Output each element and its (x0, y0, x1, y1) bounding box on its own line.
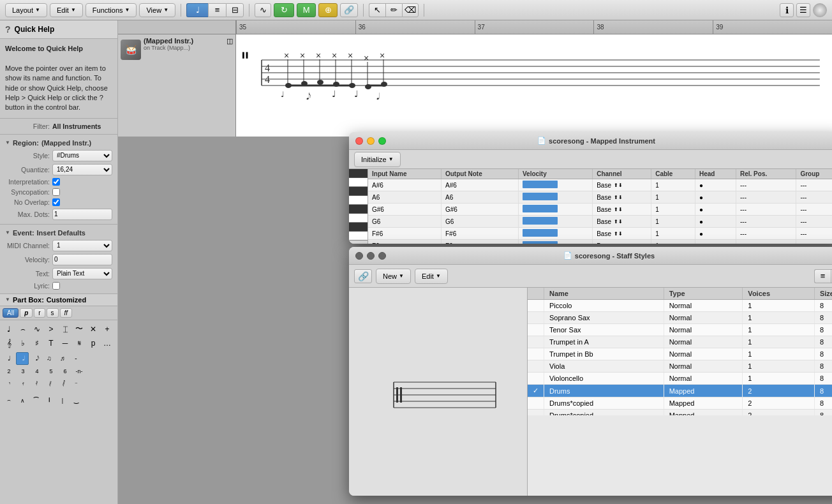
part-icon-slur[interactable]: ⌢ (17, 323, 29, 336)
loop-btn[interactable]: ↻ (274, 3, 294, 17)
staff-row-4[interactable]: Trumpet in Bb Normal 1 8 (528, 348, 832, 360)
part-icon-last4[interactable]: 𝄂 (43, 394, 56, 407)
staff-row-6[interactable]: Violoncello Normal 1 8 (528, 373, 832, 385)
syncopation-checkbox[interactable] (52, 188, 60, 196)
pointer-btn[interactable]: ↖ (369, 3, 385, 17)
pencil-btn[interactable]: ✏ (385, 3, 402, 17)
staff-list-scroll[interactable]: Name Type Voices Size Piccolo Normal 1 8… (528, 288, 832, 415)
part-icon-rest[interactable]: - (70, 352, 82, 365)
velocity-input[interactable] (52, 254, 112, 265)
part-icon-d4[interactable]: ♫ (43, 352, 56, 365)
part-icon-x1[interactable]: ✕ (87, 323, 100, 336)
part-icon-last5[interactable]: | (56, 394, 69, 407)
mapped-row-5[interactable]: F6 F6 Base ⬆⬇ 1 ● --- --- (368, 240, 832, 244)
part-icon-clef[interactable]: 𝄞 (3, 337, 15, 350)
part-icon-beam[interactable]: ⌶ (59, 323, 71, 336)
edit-menu[interactable]: Edit ▼ (50, 3, 83, 17)
part-icon-wavy[interactable]: 〜 (73, 323, 85, 336)
maximize-btn-staff[interactable] (378, 252, 386, 260)
staff-row-8[interactable]: Drums*copied Mapped 2 8 (528, 397, 832, 410)
color-btn[interactable] (813, 3, 827, 17)
part-icon-d1[interactable]: ♩ (3, 352, 15, 365)
close-btn-staff[interactable] (355, 252, 363, 260)
tab-ff[interactable]: ff (60, 308, 73, 318)
part-icon-r2[interactable]: 𝄿 (16, 378, 29, 390)
part-icon-r1[interactable]: 𝄾 (3, 378, 15, 390)
functions-menu[interactable]: Functions ▼ (85, 3, 137, 17)
mapped-row-0[interactable]: A#6 A#6 Base ⬆⬇ 1 ● --- --- (368, 179, 832, 191)
tab-r[interactable]: r (34, 308, 45, 318)
part-icon-accent[interactable]: > (45, 323, 57, 336)
staff-row-2[interactable]: Tenor Sax Normal 1 8 (528, 324, 832, 336)
chord-btn[interactable]: ⊕ (318, 3, 338, 17)
minimize-btn-mapped[interactable] (367, 137, 375, 145)
part-icon-dyn[interactable]: p (87, 337, 100, 350)
list-btn[interactable]: ☰ (796, 3, 810, 17)
layout-menu[interactable]: Layout ▼ (5, 3, 47, 17)
text-select[interactable]: Plain Text (52, 268, 112, 279)
region-header[interactable]: ▼ Region: (Mapped Instr.) (5, 137, 112, 149)
staff-row-9[interactable]: Drums*copied Mapped 2 8 (528, 410, 832, 416)
staff-row-3[interactable]: Trumpet in A Normal 1 8 (528, 336, 832, 348)
midi-btn[interactable]: M (297, 3, 316, 17)
part-icon-last2[interactable]: ∧ (16, 394, 29, 407)
part-icon-r3[interactable]: 𝅀 (29, 378, 42, 390)
tool-lines-btn[interactable]: ≡ (208, 3, 226, 17)
part-icon-last3[interactable]: ⁀ (29, 394, 42, 407)
midi-channel-select[interactable]: 1 (52, 240, 112, 251)
view-lines-btn[interactable]: ≡ (814, 269, 831, 283)
part-icon-note[interactable]: ♩ (3, 323, 15, 336)
mapped-row-2[interactable]: G#6 G#6 Base ⬆⬇ 1 ● --- --- (368, 204, 832, 216)
staff-row-1[interactable]: Soprano Sax Normal 1 8 (528, 312, 832, 324)
edit-btn[interactable]: Edit ▼ (415, 269, 448, 284)
part-icon-r5[interactable]: 𝅂 (56, 378, 69, 390)
maximize-btn-mapped[interactable] (378, 137, 386, 145)
erase-btn[interactable]: ⌫ (402, 3, 419, 17)
link-btn[interactable]: 🔗 (340, 3, 358, 17)
initialize-btn[interactable]: Initialize ▼ (354, 152, 401, 167)
info-btn[interactable]: ℹ (780, 3, 794, 17)
toolbar-right: ℹ ☰ (780, 3, 827, 17)
part-icon-d2[interactable]: 𝅗𝅥 (16, 352, 29, 365)
tab-p[interactable]: p (20, 308, 33, 318)
track-collapse-btn[interactable]: ◫ (227, 37, 233, 45)
lyric-checkbox[interactable] (52, 282, 60, 290)
tab-s[interactable]: s (47, 308, 59, 318)
part-icon-d3[interactable]: 𝅘𝅥𝅮 (29, 352, 42, 365)
part-icon-r6[interactable]: ⁻ (70, 378, 82, 390)
staff-row-7[interactable]: ✓ Drums Mapped 2 8 (528, 385, 832, 397)
part-icon-last6[interactable]: ‿ (70, 394, 82, 407)
view-menu[interactable]: View ▼ (139, 3, 175, 17)
script-btn[interactable]: ∿ (255, 3, 271, 17)
style-select[interactable]: #Drums (52, 150, 112, 161)
event-header[interactable]: ▼ Event: Insert Defaults (5, 227, 112, 239)
minimize-btn-staff[interactable] (367, 252, 375, 260)
staff-row-5[interactable]: Viola Normal 1 8 (528, 360, 832, 373)
staff-row-0[interactable]: Piccolo Normal 1 8 (528, 300, 832, 312)
part-icon-text[interactable]: T (45, 337, 57, 350)
part-icon-d5[interactable]: ♬ (56, 352, 69, 365)
link-btn-staff[interactable]: 🔗 (354, 269, 372, 283)
mapped-row-4[interactable]: F#6 F#6 Base ⬆⬇ 1 ● --- --- (368, 228, 832, 240)
part-icon-last1[interactable]: ⌢ (3, 394, 15, 407)
separator-4 (424, 4, 424, 17)
part-icon-plus[interactable]: + (101, 323, 114, 336)
interpretation-checkbox[interactable] (52, 178, 60, 186)
new-btn[interactable]: New ▼ (376, 269, 411, 284)
max-dots-input[interactable] (52, 209, 112, 220)
mapped-row-3[interactable]: G6 G6 Base ⬆⬇ 1 ● --- --- (368, 216, 832, 228)
mapped-row-1[interactable]: A6 A6 Base ⬆⬇ 1 ● --- --- (368, 191, 832, 204)
part-icon-line[interactable]: ─ (59, 337, 71, 350)
part-icon-more[interactable]: … (101, 337, 114, 350)
tool-staff-btn[interactable]: ⊟ (226, 3, 244, 17)
no-overlap-checkbox[interactable] (52, 198, 60, 206)
part-icon-flat[interactable]: ♭ (17, 337, 29, 350)
tool-note-btn[interactable]: ♩ (186, 3, 208, 17)
quantize-select[interactable]: 16,24 (52, 164, 112, 175)
part-icon-trill[interactable]: ∿ (31, 323, 43, 336)
part-icon-r4[interactable]: 𝅁 (43, 378, 56, 390)
part-icon-sharp[interactable]: ♯ (31, 337, 43, 350)
close-btn-mapped[interactable] (355, 137, 363, 145)
part-icon-pedal[interactable]: 𝄋 (73, 337, 85, 350)
tab-all[interactable]: All (3, 308, 19, 318)
